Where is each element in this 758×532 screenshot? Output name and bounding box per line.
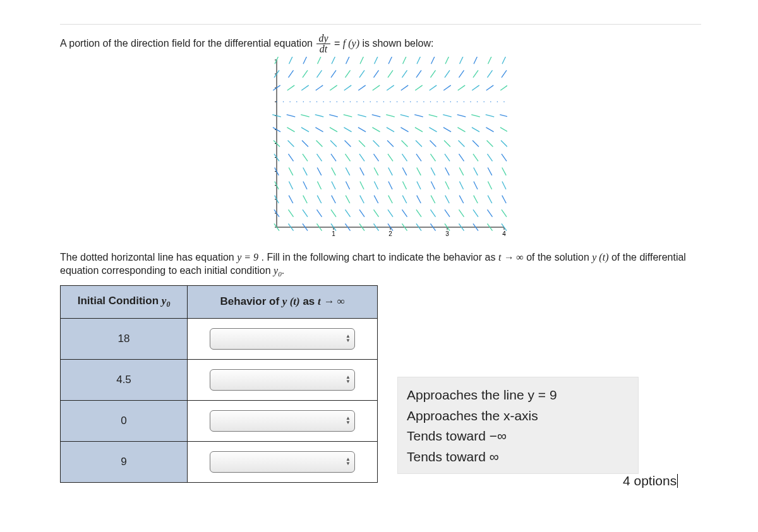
svg-point-74 xyxy=(276,101,277,102)
behavior-dropdown[interactable]: ▲▼ xyxy=(210,410,355,432)
behavior-dropdown[interactable]: ▲▼ xyxy=(210,451,355,473)
svg-line-196 xyxy=(303,181,306,189)
svg-line-181 xyxy=(331,167,335,175)
svg-point-85 xyxy=(349,101,351,102)
svg-line-146 xyxy=(316,141,322,147)
behavior-dropdown[interactable]: ▲▼ xyxy=(210,328,355,350)
svg-line-201 xyxy=(374,181,378,189)
explain-period: . xyxy=(282,265,284,276)
dropdown-option[interactable]: Tends toward ∞ xyxy=(407,447,629,468)
svg-line-112 xyxy=(315,115,323,117)
initial-condition-cell: 0 xyxy=(61,400,188,441)
svg-line-153 xyxy=(416,141,422,147)
svg-line-192 xyxy=(488,167,492,175)
intro-equals: = xyxy=(334,38,343,49)
svg-line-71 xyxy=(472,85,479,90)
svg-line-39 xyxy=(502,57,506,64)
svg-line-119 xyxy=(414,115,423,117)
svg-point-95 xyxy=(416,101,418,102)
explain-mid2: of the solution xyxy=(526,252,592,263)
svg-line-206 xyxy=(445,181,448,189)
svg-line-150 xyxy=(373,141,379,147)
behavior-cell: ▲▼ xyxy=(188,359,378,400)
initial-condition-cell: 18 xyxy=(61,318,188,359)
svg-line-173 xyxy=(459,154,464,161)
svg-line-220 xyxy=(402,196,407,203)
svg-point-94 xyxy=(409,101,411,102)
svg-line-239 xyxy=(430,210,435,216)
svg-line-117 xyxy=(386,115,395,117)
svg-line-168 xyxy=(387,154,392,161)
chevron-up-down-icon: ▲▼ xyxy=(346,458,351,466)
svg-line-186 xyxy=(402,167,407,175)
svg-line-121 xyxy=(443,115,452,117)
svg-line-36 xyxy=(459,57,463,64)
svg-line-172 xyxy=(444,154,449,161)
svg-line-47 xyxy=(373,70,378,77)
svg-point-75 xyxy=(282,101,284,102)
svg-line-219 xyxy=(388,196,392,203)
svg-line-73 xyxy=(500,85,507,90)
behavior-dropdown[interactable]: ▲▼ xyxy=(210,369,355,391)
svg-line-51 xyxy=(430,70,435,77)
initial-condition-cell: 9 xyxy=(61,441,188,482)
svg-line-54 xyxy=(472,70,478,77)
svg-line-189 xyxy=(445,167,449,175)
svg-line-208 xyxy=(473,181,477,189)
svg-line-122 xyxy=(457,115,466,117)
svg-line-210 xyxy=(502,181,505,189)
svg-line-200 xyxy=(359,181,363,189)
svg-line-217 xyxy=(359,196,364,203)
dropdown-option[interactable]: Approaches the line y = 9 xyxy=(407,385,629,406)
svg-line-120 xyxy=(428,115,437,117)
svg-line-44 xyxy=(330,70,335,77)
table-row: 4.5▲▼ xyxy=(61,359,378,400)
svg-line-135 xyxy=(400,127,408,132)
dropdown-option[interactable]: Tends toward −∞ xyxy=(407,426,629,447)
svg-point-82 xyxy=(329,101,330,102)
explain-mid1: . Fill in the following chart to indicat… xyxy=(262,252,498,263)
svg-line-230 xyxy=(302,210,307,216)
svg-line-170 xyxy=(416,154,421,161)
svg-line-232 xyxy=(330,210,335,216)
svg-text:1: 1 xyxy=(332,230,335,237)
svg-line-125 xyxy=(500,115,507,117)
svg-line-33 xyxy=(417,57,421,64)
svg-line-225 xyxy=(473,196,478,203)
answer-table: Initial Condition y0 Behavior of y (t) a… xyxy=(60,285,378,483)
svg-line-243 xyxy=(487,210,492,216)
svg-text:2: 2 xyxy=(388,230,392,237)
svg-line-50 xyxy=(416,70,421,77)
svg-line-175 xyxy=(487,154,492,161)
svg-point-92 xyxy=(396,101,397,102)
svg-line-31 xyxy=(388,57,392,64)
svg-line-66 xyxy=(400,85,407,90)
svg-line-164 xyxy=(330,154,335,161)
svg-line-60 xyxy=(315,85,322,90)
svg-line-134 xyxy=(386,127,394,132)
svg-line-34 xyxy=(431,57,435,64)
svg-line-149 xyxy=(359,141,365,147)
svg-point-76 xyxy=(289,101,291,102)
svg-line-133 xyxy=(372,127,380,132)
svg-line-127 xyxy=(287,127,294,132)
intro-post: is shown below: xyxy=(362,38,433,49)
svg-line-114 xyxy=(343,115,352,117)
svg-line-227 xyxy=(502,196,506,203)
svg-line-184 xyxy=(374,167,378,175)
svg-line-24 xyxy=(289,57,292,64)
svg-line-161 xyxy=(288,154,293,161)
svg-line-224 xyxy=(459,196,464,203)
svg-point-97 xyxy=(430,101,431,102)
svg-line-226 xyxy=(488,196,492,203)
table-row: 0▲▼ xyxy=(61,400,378,441)
svg-line-26 xyxy=(317,57,321,64)
svg-line-145 xyxy=(302,141,308,147)
svg-line-42 xyxy=(302,70,307,77)
dropdown-option[interactable]: Approaches the x-axis xyxy=(407,406,629,427)
svg-line-157 xyxy=(472,141,479,147)
svg-line-187 xyxy=(416,167,421,175)
svg-line-147 xyxy=(330,141,337,147)
svg-line-242 xyxy=(472,210,478,216)
svg-line-213 xyxy=(303,196,307,203)
